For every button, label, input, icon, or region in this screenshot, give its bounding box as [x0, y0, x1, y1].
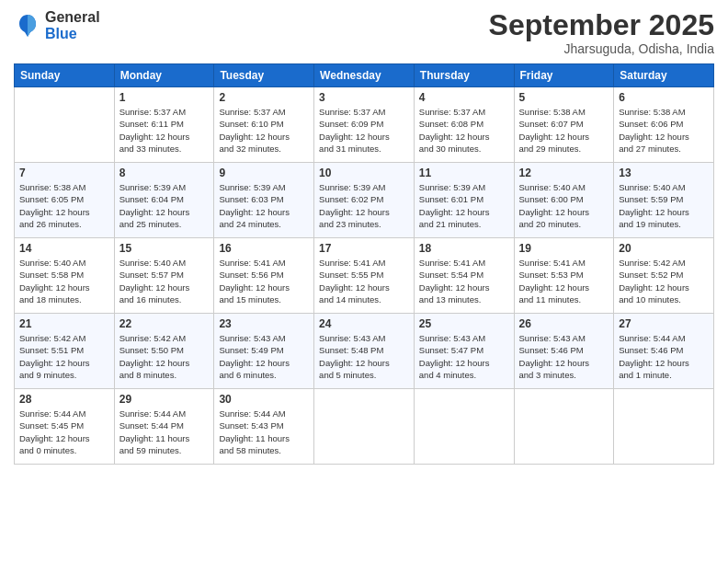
table-row: 24Sunrise: 5:43 AM Sunset: 5:48 PM Dayli… [314, 314, 415, 389]
day-info: Sunrise: 5:39 AM Sunset: 6:03 PM Dayligh… [219, 181, 309, 230]
day-number: 22 [119, 317, 210, 330]
day-number: 15 [119, 242, 210, 255]
logo-icon [14, 12, 41, 40]
calendar-week-3: 14Sunrise: 5:40 AM Sunset: 5:58 PM Dayli… [15, 238, 714, 314]
day-info: Sunrise: 5:43 AM Sunset: 5:48 PM Dayligh… [319, 332, 409, 381]
day-number: 12 [519, 167, 609, 179]
table-row [314, 389, 415, 465]
table-row: 11Sunrise: 5:39 AM Sunset: 6:01 PM Dayli… [414, 163, 514, 238]
day-info: Sunrise: 5:41 AM Sunset: 5:53 PM Dayligh… [519, 257, 609, 305]
day-info: Sunrise: 5:44 AM Sunset: 5:43 PM Dayligh… [219, 408, 309, 456]
table-row: 26Sunrise: 5:43 AM Sunset: 5:46 PM Dayli… [514, 314, 614, 389]
day-info: Sunrise: 5:40 AM Sunset: 6:00 PM Dayligh… [519, 181, 609, 230]
day-number: 6 [619, 91, 709, 104]
day-number: 3 [319, 91, 409, 104]
table-row: 29Sunrise: 5:44 AM Sunset: 5:44 PM Dayli… [114, 389, 214, 465]
day-info: Sunrise: 5:40 AM Sunset: 5:57 PM Dayligh… [119, 257, 210, 305]
day-info: Sunrise: 5:41 AM Sunset: 5:56 PM Dayligh… [219, 257, 309, 305]
day-info: Sunrise: 5:40 AM Sunset: 5:59 PM Dayligh… [619, 181, 709, 230]
col-wednesday: Wednesday [314, 64, 415, 87]
calendar-header-row: Sunday Monday Tuesday Wednesday Thursday… [15, 64, 714, 87]
day-number: 30 [219, 393, 309, 406]
table-row: 25Sunrise: 5:43 AM Sunset: 5:47 PM Dayli… [414, 314, 514, 389]
calendar-week-4: 21Sunrise: 5:42 AM Sunset: 5:51 PM Dayli… [15, 314, 714, 389]
day-info: Sunrise: 5:44 AM Sunset: 5:44 PM Dayligh… [119, 408, 210, 456]
table-row: 30Sunrise: 5:44 AM Sunset: 5:43 PM Dayli… [214, 389, 314, 465]
day-info: Sunrise: 5:42 AM Sunset: 5:51 PM Dayligh… [19, 332, 109, 381]
day-number: 27 [619, 317, 709, 330]
day-info: Sunrise: 5:38 AM Sunset: 6:07 PM Dayligh… [519, 106, 609, 155]
day-info: Sunrise: 5:39 AM Sunset: 6:04 PM Dayligh… [119, 181, 210, 230]
table-row: 10Sunrise: 5:39 AM Sunset: 6:02 PM Dayli… [314, 163, 415, 238]
day-number: 4 [419, 91, 509, 104]
day-info: Sunrise: 5:43 AM Sunset: 5:47 PM Dayligh… [419, 332, 509, 381]
table-row [614, 389, 714, 465]
day-info: Sunrise: 5:43 AM Sunset: 5:49 PM Dayligh… [219, 332, 309, 381]
day-info: Sunrise: 5:41 AM Sunset: 5:54 PM Dayligh… [419, 257, 509, 305]
day-info: Sunrise: 5:43 AM Sunset: 5:46 PM Dayligh… [519, 332, 609, 381]
day-info: Sunrise: 5:44 AM Sunset: 5:46 PM Dayligh… [619, 332, 709, 381]
table-row: 1Sunrise: 5:37 AM Sunset: 6:11 PM Daylig… [114, 87, 214, 163]
table-row [514, 389, 614, 465]
logo-blue: Blue [45, 26, 100, 42]
day-number: 9 [219, 167, 309, 179]
table-row: 22Sunrise: 5:42 AM Sunset: 5:50 PM Dayli… [114, 314, 214, 389]
col-sunday: Sunday [15, 64, 115, 87]
col-friday: Friday [514, 64, 614, 87]
table-row: 14Sunrise: 5:40 AM Sunset: 5:58 PM Dayli… [15, 238, 115, 314]
day-info: Sunrise: 5:38 AM Sunset: 6:06 PM Dayligh… [619, 106, 709, 155]
table-row: 20Sunrise: 5:42 AM Sunset: 5:52 PM Dayli… [614, 238, 714, 314]
table-row: 23Sunrise: 5:43 AM Sunset: 5:49 PM Dayli… [214, 314, 314, 389]
day-number: 16 [219, 242, 309, 255]
table-row: 13Sunrise: 5:40 AM Sunset: 5:59 PM Dayli… [614, 163, 714, 238]
day-info: Sunrise: 5:40 AM Sunset: 5:58 PM Dayligh… [19, 257, 109, 305]
day-number: 23 [219, 317, 309, 330]
day-number: 18 [419, 242, 509, 255]
day-number: 29 [119, 393, 210, 406]
table-row [15, 87, 115, 163]
day-number: 1 [119, 91, 210, 104]
table-row: 6Sunrise: 5:38 AM Sunset: 6:06 PM Daylig… [614, 87, 714, 163]
table-row: 21Sunrise: 5:42 AM Sunset: 5:51 PM Dayli… [15, 314, 115, 389]
logo-text: General Blue [45, 9, 100, 41]
table-row: 5Sunrise: 5:38 AM Sunset: 6:07 PM Daylig… [514, 87, 614, 163]
day-number: 19 [519, 242, 609, 255]
day-info: Sunrise: 5:37 AM Sunset: 6:10 PM Dayligh… [219, 106, 309, 155]
title-block: September 2025 Jharsuguda, Odisha, India [489, 9, 714, 56]
table-row: 27Sunrise: 5:44 AM Sunset: 5:46 PM Dayli… [614, 314, 714, 389]
day-number: 5 [519, 91, 609, 104]
table-row: 2Sunrise: 5:37 AM Sunset: 6:10 PM Daylig… [214, 87, 314, 163]
day-number: 20 [619, 242, 709, 255]
day-number: 28 [19, 393, 109, 406]
table-row: 19Sunrise: 5:41 AM Sunset: 5:53 PM Dayli… [514, 238, 614, 314]
day-info: Sunrise: 5:39 AM Sunset: 6:01 PM Dayligh… [419, 181, 509, 230]
day-number: 17 [319, 242, 409, 255]
day-info: Sunrise: 5:42 AM Sunset: 5:52 PM Dayligh… [619, 257, 709, 305]
day-info: Sunrise: 5:37 AM Sunset: 6:11 PM Dayligh… [119, 106, 210, 155]
page: General Blue September 2025 Jharsuguda, … [0, 0, 728, 563]
col-saturday: Saturday [614, 64, 714, 87]
table-row: 18Sunrise: 5:41 AM Sunset: 5:54 PM Dayli… [414, 238, 514, 314]
table-row: 9Sunrise: 5:39 AM Sunset: 6:03 PM Daylig… [214, 163, 314, 238]
table-row: 12Sunrise: 5:40 AM Sunset: 6:00 PM Dayli… [514, 163, 614, 238]
col-tuesday: Tuesday [214, 64, 314, 87]
table-row: 4Sunrise: 5:37 AM Sunset: 6:08 PM Daylig… [414, 87, 514, 163]
day-number: 7 [19, 167, 109, 179]
table-row: 15Sunrise: 5:40 AM Sunset: 5:57 PM Dayli… [114, 238, 214, 314]
day-number: 11 [419, 167, 509, 179]
calendar-week-5: 28Sunrise: 5:44 AM Sunset: 5:45 PM Dayli… [15, 389, 714, 465]
logo-general: General [45, 9, 100, 26]
day-number: 8 [119, 167, 210, 179]
table-row: 28Sunrise: 5:44 AM Sunset: 5:45 PM Dayli… [15, 389, 115, 465]
day-number: 2 [219, 91, 309, 104]
table-row: 16Sunrise: 5:41 AM Sunset: 5:56 PM Dayli… [214, 238, 314, 314]
day-number: 26 [519, 317, 609, 330]
calendar: Sunday Monday Tuesday Wednesday Thursday… [14, 63, 714, 465]
day-info: Sunrise: 5:44 AM Sunset: 5:45 PM Dayligh… [19, 408, 109, 456]
calendar-week-2: 7Sunrise: 5:38 AM Sunset: 6:05 PM Daylig… [15, 163, 714, 238]
table-row [414, 389, 514, 465]
day-number: 25 [419, 317, 509, 330]
day-number: 10 [319, 167, 409, 179]
day-number: 14 [19, 242, 109, 255]
col-monday: Monday [114, 64, 214, 87]
